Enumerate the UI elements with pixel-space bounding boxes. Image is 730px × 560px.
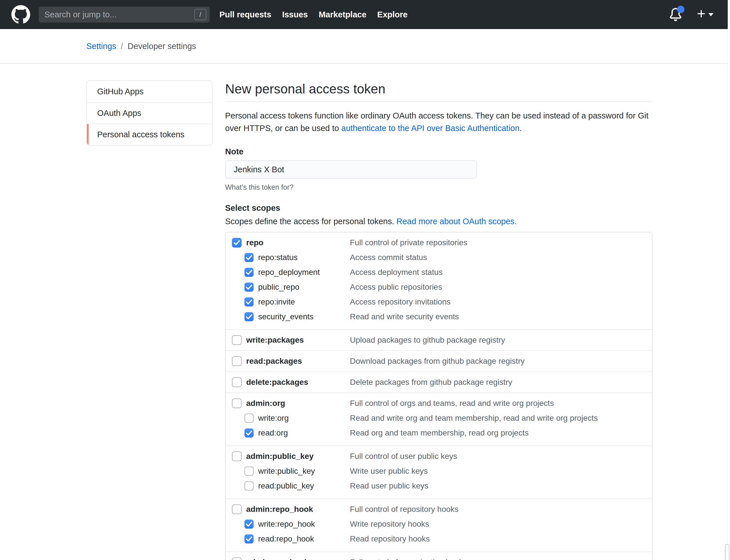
breadcrumb-separator: /	[121, 42, 123, 51]
scope-checkbox-public_repo[interactable]	[244, 283, 253, 292]
sidebar-item-github-apps[interactable]: GitHub Apps	[87, 81, 212, 102]
oauth-scopes-link[interactable]: Read more about OAuth scopes.	[396, 217, 517, 226]
nav-item-issues[interactable]: Issues	[282, 10, 308, 19]
header-right: +	[669, 7, 713, 22]
intro-paragraph: Personal access tokens function like ord…	[225, 109, 653, 134]
slash-key-hint: /	[194, 9, 206, 20]
scope-label: repo:status	[258, 253, 298, 262]
global-header: Search or jump to... / Pull requestsIssu…	[0, 0, 730, 29]
scope-group: admin:public_keyFull control of user pub…	[226, 445, 652, 498]
scope-checkbox-repo[interactable]	[232, 238, 242, 248]
breadcrumb-settings-link[interactable]: Settings	[86, 42, 116, 51]
intro-after-link: .	[520, 124, 522, 133]
scope-description: Read and write org and team membership, …	[350, 414, 598, 423]
global-nav: Pull requestsIssuesMarketplaceExplore	[219, 10, 408, 19]
notifications-bell-icon[interactable]	[669, 7, 682, 22]
scope-label: repo:invite	[258, 297, 295, 306]
scope-checkbox-write:packages[interactable]	[232, 335, 242, 345]
scope-description: Read repository hooks	[350, 534, 430, 543]
scope-label: admin:org	[246, 399, 285, 408]
scope-checkbox-delete:packages[interactable]	[232, 377, 242, 387]
sidebar-item-personal-access-tokens[interactable]: Personal access tokens	[87, 124, 212, 145]
scope-row: read:packagesDownload packages from gith…	[226, 354, 652, 369]
scope-description: Access commit status	[350, 253, 427, 262]
basic-auth-link[interactable]: authenticate to the API over Basic Authe…	[341, 124, 520, 133]
nav-item-explore[interactable]: Explore	[377, 10, 408, 19]
scope-description: Write repository hooks	[350, 520, 429, 529]
sidebar-item-oauth-apps[interactable]: OAuth Apps	[87, 102, 212, 124]
scrollbar-thumb[interactable]	[725, 544, 729, 560]
plus-icon: +	[697, 6, 706, 21]
scope-label: public_repo	[258, 283, 299, 292]
scope-group: admin:repo_hookFull control of repositor…	[226, 498, 652, 551]
scope-row: delete:packagesDelete packages from gith…	[226, 375, 652, 390]
scope-row: repo:inviteAccess repository invitations	[226, 295, 652, 309]
scope-label: security_events	[258, 312, 314, 321]
scope-group: write:packagesUpload packages to github …	[226, 329, 652, 350]
scopes-text: Scopes define the access for personal to…	[225, 217, 396, 226]
main-column: New personal access token Personal acces…	[225, 81, 653, 560]
scope-checkbox-admin:public_key[interactable]	[232, 451, 242, 461]
nav-item-marketplace[interactable]: Marketplace	[318, 10, 367, 19]
scope-row: admin:orgFull control of orgs and teams,…	[226, 396, 652, 411]
scope-checkbox-read:org[interactable]	[244, 428, 253, 438]
scope-label: write:public_key	[258, 467, 315, 476]
scope-checkbox-write:org[interactable]	[244, 414, 253, 423]
scope-description: Read user public keys	[350, 481, 428, 490]
scope-description: Write user public keys	[350, 467, 428, 476]
scope-group: admin:org_hookFull control of organizati…	[226, 551, 652, 560]
scope-checkbox-repo:status[interactable]	[244, 253, 253, 262]
scope-row: write:repo_hookWrite repository hooks	[226, 517, 652, 532]
github-logo-icon[interactable]	[11, 5, 30, 24]
nav-item-pull-requests[interactable]: Pull requests	[219, 10, 271, 19]
scope-checkbox-admin:org_hook[interactable]	[232, 557, 242, 560]
scope-checkbox-repo:invite[interactable]	[244, 297, 253, 306]
scope-description: Full control of orgs and teams, read and…	[350, 399, 554, 408]
scope-checkbox-write:public_key[interactable]	[244, 467, 253, 476]
settings-sidebar: GitHub AppsOAuth AppsPersonal access tok…	[86, 80, 212, 146]
search-input[interactable]: Search or jump to... /	[39, 7, 210, 23]
scope-checkbox-admin:org[interactable]	[232, 398, 242, 408]
scope-description: Delete packages from github package regi…	[350, 378, 512, 387]
scope-checkbox-read:public_key[interactable]	[244, 481, 253, 490]
scope-checkbox-security_events[interactable]	[244, 312, 253, 321]
scope-group: repoFull control of private repositories…	[226, 232, 652, 329]
scope-description: Full control of user public keys	[350, 452, 457, 461]
search-placeholder: Search or jump to...	[44, 10, 194, 19]
scope-checkbox-write:repo_hook[interactable]	[244, 520, 253, 529]
scope-label: admin:public_key	[246, 452, 314, 461]
scope-label: write:packages	[246, 336, 304, 345]
scope-description: Full control of organization hooks	[350, 558, 467, 560]
scope-row: write:orgRead and write org and team mem…	[226, 411, 652, 426]
scope-label: repo_deployment	[258, 268, 320, 277]
scope-checkbox-read:packages[interactable]	[232, 356, 242, 366]
note-label: Note	[225, 147, 653, 156]
breadcrumb: Settings / Developer settings	[0, 29, 730, 64]
scope-row: read:repo_hookRead repository hooks	[226, 532, 652, 546]
scope-description: Read and write security events	[350, 312, 459, 321]
scope-checkbox-repo_deployment[interactable]	[244, 268, 253, 277]
select-scopes-heading: Select scopes	[225, 203, 653, 213]
note-input[interactable]	[225, 160, 477, 179]
scope-description: Full control of repository hooks	[350, 505, 459, 514]
scope-description: Access repository invitations	[350, 297, 451, 306]
page-title: New personal access token	[225, 81, 653, 97]
scope-checkbox-read:repo_hook[interactable]	[244, 534, 253, 543]
scrollbar-track[interactable]	[728, 0, 730, 560]
scope-label: write:org	[258, 414, 289, 423]
scope-label: read:repo_hook	[258, 534, 314, 543]
scope-row: admin:repo_hookFull control of repositor…	[226, 502, 652, 517]
scope-checkbox-admin:repo_hook[interactable]	[232, 504, 242, 514]
scope-row: repo:statusAccess commit status	[226, 250, 652, 265]
content-area: GitHub AppsOAuth AppsPersonal access tok…	[0, 64, 730, 560]
scope-description: Full control of private repositories	[350, 238, 467, 247]
scope-group: read:packagesDownload packages from gith…	[226, 350, 652, 371]
create-new-menu[interactable]: +	[697, 8, 713, 21]
note-help-text: What’s this token for?	[225, 183, 653, 191]
scope-row: repoFull control of private repositories	[226, 235, 652, 250]
scope-row: read:public_keyRead user public keys	[226, 479, 652, 493]
scope-group: admin:orgFull control of orgs and teams,…	[226, 393, 652, 445]
scope-description: Access deployment status	[350, 268, 443, 277]
scope-label: admin:repo_hook	[246, 505, 313, 514]
scope-row: security_eventsRead and write security e…	[226, 309, 652, 324]
